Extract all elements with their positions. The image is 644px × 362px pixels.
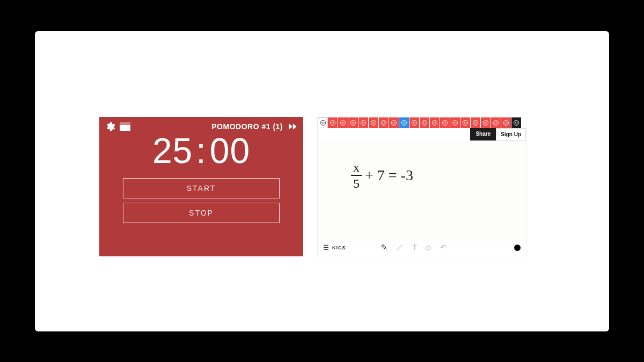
avatar-7[interactable] <box>389 117 399 128</box>
avatar-3[interactable] <box>348 117 358 128</box>
pomodoro-buttons: START STOP <box>99 168 303 223</box>
svg-point-32 <box>425 122 426 122</box>
avatar-9[interactable] <box>409 117 420 128</box>
svg-point-25 <box>403 122 404 122</box>
pomodoro-seconds: 00 <box>210 131 250 171</box>
svg-point-12 <box>361 120 365 125</box>
whiteboard-widget: Share Sign Up x 5 + 7 = -3 ☰ KICS ✎ ／ T … <box>317 117 526 256</box>
avatar-12[interactable] <box>440 117 450 128</box>
stop-button[interactable]: STOP <box>123 203 280 223</box>
svg-point-19 <box>383 122 383 122</box>
svg-point-22 <box>393 122 393 122</box>
equation: x 5 + 7 = -3 <box>351 161 413 190</box>
avatar-0[interactable] <box>318 117 328 128</box>
line-icon[interactable]: ／ <box>396 243 404 253</box>
pomodoro-title: POMODORO #1 (1) <box>211 122 283 131</box>
svg-point-36 <box>442 120 447 125</box>
avatar-2[interactable] <box>338 117 348 128</box>
pencil-icon[interactable]: ✎ <box>381 243 387 253</box>
pomodoro-header: POMODORO #1 (1) <box>99 117 303 132</box>
svg-point-28 <box>413 122 414 122</box>
avatar-13[interactable] <box>450 117 460 128</box>
svg-point-30 <box>422 120 427 125</box>
avatar-10[interactable] <box>420 117 430 128</box>
svg-point-33 <box>432 120 437 125</box>
svg-point-27 <box>412 120 416 125</box>
window-icon[interactable] <box>120 122 130 131</box>
svg-point-16 <box>372 122 373 122</box>
equation-rest: + 7 = -3 <box>365 168 413 183</box>
avatar-8[interactable] <box>399 117 409 128</box>
avatar-17[interactable] <box>491 117 501 128</box>
svg-point-59 <box>517 122 517 122</box>
svg-point-56 <box>507 122 507 122</box>
svg-point-3 <box>330 120 335 125</box>
avatar-6[interactable] <box>379 117 389 128</box>
svg-point-15 <box>371 120 376 125</box>
svg-point-5 <box>333 122 334 122</box>
svg-point-18 <box>381 120 386 125</box>
avatar-1[interactable] <box>328 117 338 128</box>
svg-point-2 <box>324 122 324 122</box>
pomodoro-minutes: 25 <box>152 131 193 171</box>
svg-point-17 <box>374 122 375 122</box>
svg-point-7 <box>342 122 342 122</box>
auth-row: Share Sign Up <box>318 128 526 141</box>
svg-point-4 <box>332 122 332 122</box>
color-swatch[interactable] <box>514 245 521 251</box>
share-button[interactable]: Share <box>470 128 496 141</box>
svg-point-47 <box>476 122 477 122</box>
svg-point-55 <box>505 122 506 122</box>
svg-point-29 <box>415 122 415 122</box>
text-icon[interactable]: T <box>412 243 417 253</box>
svg-point-43 <box>464 122 465 122</box>
svg-point-9 <box>350 120 355 125</box>
svg-point-21 <box>391 120 396 125</box>
svg-point-45 <box>473 120 478 125</box>
pomodoro-widget: POMODORO #1 (1) 25:00 START STOP <box>99 117 303 256</box>
svg-point-14 <box>364 122 364 122</box>
tool-row: ✎ ／ T ◇ ↶ <box>381 243 447 253</box>
avatar-5[interactable] <box>369 117 379 128</box>
slide: POMODORO #1 (1) 25:00 START STOP Share S… <box>35 31 609 331</box>
avatar-18[interactable] <box>501 117 511 128</box>
svg-point-13 <box>362 122 363 122</box>
svg-point-58 <box>515 122 516 122</box>
avatar-row <box>318 117 526 128</box>
svg-point-49 <box>485 122 485 122</box>
svg-point-11 <box>354 122 354 122</box>
svg-point-24 <box>401 120 406 125</box>
svg-point-23 <box>394 122 395 122</box>
avatar-4[interactable] <box>358 117 369 128</box>
whiteboard-canvas[interactable]: x 5 + 7 = -3 <box>318 141 526 241</box>
svg-point-10 <box>352 122 353 122</box>
menu-icon[interactable]: ☰ <box>323 244 329 252</box>
fast-forward-icon[interactable] <box>287 121 298 132</box>
pomodoro-time: 25:00 <box>99 133 303 168</box>
equation-denominator: 5 <box>351 177 362 190</box>
eraser-icon[interactable]: ◇ <box>426 243 431 253</box>
svg-point-57 <box>514 120 518 125</box>
avatar-16[interactable] <box>481 117 491 128</box>
avatar-15[interactable] <box>471 117 481 128</box>
time-separator: : <box>193 131 209 171</box>
svg-point-8 <box>343 122 344 122</box>
avatar-14[interactable] <box>460 117 471 128</box>
svg-point-31 <box>423 122 424 122</box>
svg-point-39 <box>452 120 457 125</box>
svg-point-6 <box>340 120 345 125</box>
gear-icon[interactable] <box>105 121 115 132</box>
avatar-11[interactable] <box>430 117 440 128</box>
svg-point-41 <box>456 122 456 122</box>
svg-point-1 <box>321 122 322 122</box>
signup-button[interactable]: Sign Up <box>496 128 526 141</box>
svg-point-48 <box>483 120 488 125</box>
equation-fraction: x 5 <box>351 161 362 190</box>
svg-point-37 <box>444 122 444 122</box>
svg-point-53 <box>496 122 497 122</box>
start-button[interactable]: START <box>123 178 280 198</box>
svg-point-0 <box>320 120 325 125</box>
undo-icon[interactable]: ↶ <box>440 243 447 253</box>
avatar-19[interactable] <box>511 117 522 128</box>
svg-point-46 <box>474 122 475 122</box>
